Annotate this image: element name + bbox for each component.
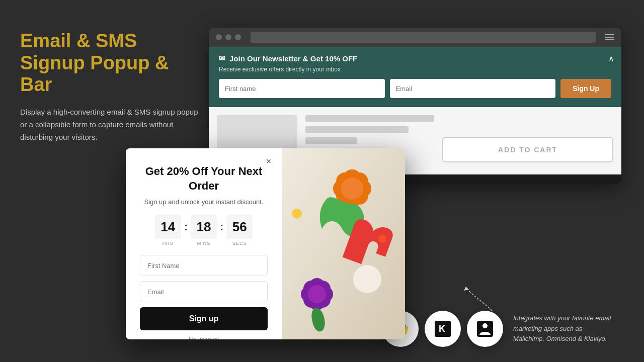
- email-icon: ✉: [219, 54, 225, 63]
- svg-text:K: K: [439, 324, 445, 334]
- arrow-svg: [462, 286, 502, 316]
- svg-point-9: [341, 177, 363, 200]
- countdown: 14 HRS : 18 MINS : 56 SECS: [140, 215, 268, 246]
- countdown-sep-2: :: [220, 220, 223, 233]
- svg-point-18: [308, 285, 326, 303]
- newsletter-bar-form: Sign Up: [219, 79, 611, 98]
- browser-toolbar: [209, 28, 621, 47]
- product-line-1: [305, 115, 434, 122]
- popup-image-area: [282, 148, 405, 339]
- countdown-hours-block: 14 HRS: [155, 215, 181, 246]
- toy-image-svg: [282, 148, 405, 339]
- product-line-2: [305, 126, 409, 133]
- newsletter-bar-subtitle: Receive exclusive offers directly in you…: [219, 66, 611, 73]
- newsletter-collapse-button[interactable]: ∧: [608, 54, 614, 63]
- svg-point-38: [482, 323, 488, 328]
- product-line-3: [305, 137, 357, 144]
- countdown-hours-label: HRS: [163, 241, 174, 246]
- browser-dot-green: [235, 34, 241, 40]
- popup-overlay: × Get 20% Off Your Next Order Sign up an…: [126, 148, 405, 339]
- browser-addressbar: [251, 32, 596, 43]
- main-description: Display a high-converting email & SMS si…: [20, 106, 201, 143]
- add-to-cart-button[interactable]: ADD TO CART: [442, 137, 613, 162]
- integration-description: Integrates with your favorite email mark…: [513, 313, 614, 344]
- newsletter-signup-button[interactable]: Sign Up: [560, 79, 611, 98]
- popup-first-name-input[interactable]: [140, 255, 268, 276]
- browser-menu-icon: [605, 34, 614, 40]
- countdown-secs-block: 56 SECS: [226, 215, 253, 246]
- popup-no-thanks-link[interactable]: No, thanks!: [140, 336, 268, 339]
- popup-close-button[interactable]: ×: [263, 155, 275, 167]
- countdown-hours: 14: [155, 215, 181, 239]
- popup-right: [282, 148, 405, 339]
- browser-dot-yellow: [225, 34, 231, 40]
- newsletter-bar: ✉ Join Our Newsletter & Get 10% OFF Rece…: [209, 47, 621, 107]
- newsletter-email-input[interactable]: [390, 79, 556, 98]
- countdown-sep-1: :: [184, 220, 188, 233]
- countdown-secs: 56: [226, 215, 253, 239]
- main-heading: Email & SMS Signup Popup & Bar: [20, 30, 201, 96]
- popup-title: Get 20% Off Your Next Order: [140, 164, 268, 193]
- svg-marker-39: [464, 287, 469, 291]
- svg-point-19: [353, 265, 381, 293]
- newsletter-first-name-input[interactable]: [219, 79, 385, 98]
- popup-left: × Get 20% Off Your Next Order Sign up an…: [126, 148, 282, 339]
- browser-dot-red: [216, 34, 222, 40]
- left-panel: Email & SMS Signup Popup & Bar Display a…: [20, 30, 201, 143]
- popup-signup-button[interactable]: Sign up: [140, 307, 268, 330]
- popup-subtitle: Sign up and unlock your instant discount…: [140, 198, 268, 206]
- klaviyo-icon-circle: K: [425, 311, 461, 347]
- countdown-secs-label: SECS: [232, 241, 247, 246]
- countdown-mins-label: MINS: [197, 241, 211, 246]
- omnisend-icon-circle: [467, 311, 503, 347]
- svg-point-21: [378, 235, 386, 243]
- popup-email-input[interactable]: [140, 281, 268, 302]
- countdown-mins: 18: [191, 215, 217, 239]
- integration-section: K Integrates with your favorite email ma…: [382, 311, 614, 347]
- newsletter-bar-title: ✉ Join Our Newsletter & Get 10% OFF: [219, 54, 611, 63]
- countdown-mins-block: 18 MINS: [191, 215, 217, 246]
- svg-point-20: [292, 209, 302, 219]
- integration-text: Integrates with your favorite email mark…: [513, 313, 614, 344]
- omnisend-icon: [474, 318, 496, 339]
- klaviyo-icon: K: [432, 318, 453, 339]
